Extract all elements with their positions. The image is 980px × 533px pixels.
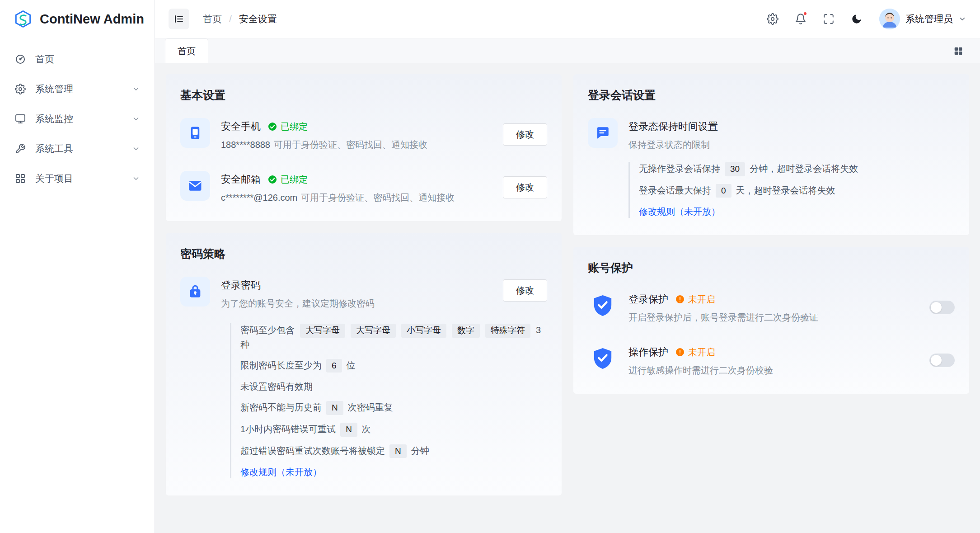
security-email-info: 安全邮箱 已绑定 c********@126.com可用于身份验证、密码找回、通… [221,171,455,204]
modify-phone-button[interactable]: 修改 [503,123,547,146]
rule-prefix: 限制密码长度至少为 [240,360,322,370]
login-protection-row: 登录保护 未开启 开启登录保护后，账号登录需进行二次身份验证 [588,291,955,324]
warning-circle-icon [675,295,685,304]
item-desc: c********@126.com可用于身份验证、密码找回、通知接收 [221,192,455,204]
sidebar-item-about-project[interactable]: 关于项目 [5,164,150,193]
chevron-down-icon [132,115,140,123]
tab-list-button[interactable] [949,42,967,60]
modify-password-rules-link[interactable]: 修改规则（未开放） [240,466,322,478]
desc-text: 保持登录状态的限制 [628,140,710,150]
rule-prefix: 超过错误密码重试次数账号将被锁定 [240,446,385,456]
rule-value-tag: 0 [716,184,731,198]
status-badge: 已绑定 [268,174,308,186]
rule-suffix: 次密码重复 [348,402,393,412]
password-rule: 超过错误密码重试次数账号将被锁定N分钟 [240,444,547,458]
rule-prefix: 1小时内密码错误可重试 [240,424,336,434]
breadcrumb: 首页 / 安全设置 [203,13,277,25]
sidebar-item-label: 系统监控 [35,113,73,125]
sidebar-item-label: 关于项目 [35,172,73,185]
menu-fold-icon [173,14,184,24]
sidebar-item-label: 系统工具 [35,142,73,155]
sidebar-item-label: 首页 [35,53,54,66]
session-keep-row: 登录态保持时间设置 保持登录状态的限制 [588,118,955,151]
sidebar-item-system-management[interactable]: 系统管理 [5,74,150,104]
sidebar-item-home[interactable]: 首页 [5,44,150,74]
login-protection-toggle[interactable] [929,301,955,314]
tab-home[interactable]: 首页 [165,38,208,63]
rule-prefix: 登录会话最大保持 [639,185,711,195]
toggle-knob [931,302,942,313]
operation-protection-row: 操作保护 未开启 进行敏感操作时需进行二次身份校验 [588,344,955,377]
item-desc: 进行敏感操作时需进行二次身份校验 [628,364,773,377]
chevron-down-icon [132,145,140,153]
rule-value-tag: N [326,401,343,415]
chevron-down-icon [132,175,140,183]
user-menu[interactable]: 系统管理员 [879,9,966,29]
toggle-knob [931,355,942,366]
page-content: 基本设置 安全手机 [155,63,980,533]
app-root: ContiNew Admin 首页 系统管理 [0,0,980,533]
grid-icon [14,173,26,184]
chat-icon [588,118,618,148]
card-account-protection: 账号保护 登录保护 [573,247,969,394]
status-badge: 未开启 [675,293,715,306]
main-area: 首页 / 安全设置 [155,0,980,533]
theme-toggle-button[interactable] [846,8,867,30]
shield-check-icon [588,291,618,321]
item-title: 安全邮箱 [221,173,261,186]
breadcrumb-home[interactable]: 首页 [203,13,222,25]
desc-text: 为了您的账号安全，建议定期修改密码 [221,298,375,308]
password-rule: 限制密码长度至少为6位 [240,358,547,373]
sidebar-item-system-monitor[interactable]: 系统监控 [5,104,150,134]
card-title: 账号保护 [588,260,955,275]
login-password-info: 登录密码 为了您的账号安全，建议定期修改密码 [221,277,375,310]
card-login-session: 登录会话设置 登录态保持时间设置 [573,74,969,235]
email-value: c********@126.com [221,193,297,203]
gear-icon [767,13,778,25]
rule-value-tag: N [340,423,357,437]
lock-icon [180,277,210,307]
dashboard-icon [14,53,26,65]
right-column: 登录会话设置 登录态保持时间设置 [573,74,969,394]
modify-email-button[interactable]: 修改 [503,176,547,198]
password-char-tag: 特殊字符 [485,324,530,338]
operation-protection-toggle[interactable] [929,354,955,367]
sidebar-item-label: 系统管理 [35,83,73,95]
tab-actions [949,38,980,63]
shield-check-icon [588,344,618,373]
logo[interactable]: ContiNew Admin [0,0,155,38]
item-desc: 开启登录保护后，账号登录需进行二次身份验证 [628,311,818,324]
item-title: 登录态保持时间设置 [628,120,718,133]
sidebar-collapse-button[interactable] [169,9,189,29]
smartphone-icon [180,118,210,148]
card-title: 登录会话设置 [588,88,955,103]
fullscreen-button[interactable] [818,8,839,30]
rule-suffix: 分钟，超时登录会话将失效 [750,164,858,174]
session-rules: 无操作登录会话保持30分钟，超时登录会话将失效 登录会话最大保持0天，超时登录会… [628,162,955,218]
rule-value-tag: 6 [326,359,342,373]
sidebar-item-system-tools[interactable]: 系统工具 [5,134,150,164]
settings-button[interactable] [762,8,783,30]
user-name: 系统管理员 [905,13,953,25]
rule-suffix: 次 [362,424,371,434]
grid-icon [953,46,963,56]
rule-prefix: 未设置密码有效期 [240,382,313,391]
card-title: 基本设置 [180,88,547,103]
tab-label: 首页 [178,45,196,57]
app-title: ContiNew Admin [40,12,144,27]
notifications-button[interactable] [790,8,811,30]
password-rule: 未设置密码有效期 [240,380,547,393]
card-password-policy: 密码策略 登录密码 [166,233,562,495]
chevron-down-icon [958,15,966,23]
modify-password-button[interactable]: 修改 [503,279,547,302]
item-title: 操作保护 [628,345,668,359]
rule-value-tag: 30 [725,162,745,176]
header: 首页 / 安全设置 [155,0,980,38]
notification-dot [803,11,807,16]
password-rule: 新密码不能与历史前N次密码重复 [240,401,547,415]
modify-session-rules-link[interactable]: 修改规则（未开放） [639,206,720,218]
status-badge: 已绑定 [268,121,308,133]
security-phone-row: 安全手机 已绑定 188****8888可用于身份验证、密码找回、通知接收 修改 [180,118,547,151]
item-title: 登录保护 [628,292,668,306]
item-title: 登录密码 [221,278,261,292]
